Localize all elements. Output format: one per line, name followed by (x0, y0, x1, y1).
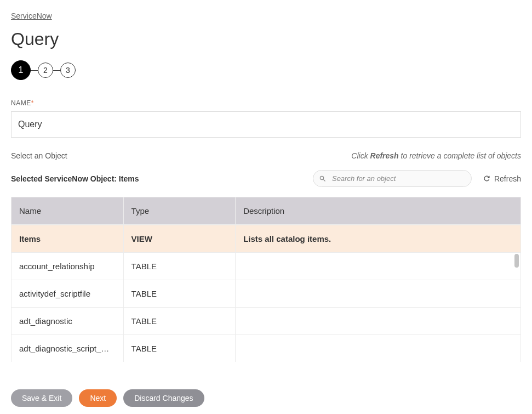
refresh-label: Refresh (494, 174, 521, 183)
table-row[interactable]: adt_diagnostic_script_map...TABLE (12, 335, 521, 362)
cell-type: VIEW (123, 225, 236, 253)
step-connector (53, 70, 60, 71)
table-row[interactable]: ItemsVIEWLists all catalog items. (12, 225, 521, 253)
name-input[interactable] (11, 111, 521, 138)
next-button[interactable]: Next (79, 389, 117, 407)
table-row[interactable]: activitydef_scriptfileTABLE (12, 280, 521, 308)
search-input[interactable] (313, 170, 472, 187)
scrollbar-thumb[interactable] (514, 254, 519, 268)
discard-changes-button[interactable]: Discard Changes (123, 389, 204, 407)
table-row[interactable]: adt_diagnosticTABLE (12, 308, 521, 335)
cell-description (236, 280, 521, 308)
cell-name: adt_diagnostic (12, 308, 124, 335)
breadcrumb-servicenow[interactable]: ServiceNow (11, 12, 52, 20)
table-header-name[interactable]: Name (12, 197, 124, 225)
step-3[interactable]: 3 (60, 63, 76, 78)
cell-name: account_relationship (12, 253, 124, 280)
refresh-hint: Click Refresh to retrieve a complete lis… (351, 151, 521, 160)
select-object-label: Select an Object (11, 151, 67, 160)
scrollbar[interactable] (514, 254, 520, 362)
table-row[interactable]: account_relationshipTABLE (12, 253, 521, 280)
cell-type: TABLE (123, 335, 236, 362)
step-connector (31, 70, 38, 71)
save-exit-button[interactable]: Save & Exit (11, 389, 72, 407)
stepper: 1 2 3 (11, 60, 521, 80)
selected-object-label: Selected ServiceNow Object: Items (11, 174, 139, 183)
cell-type: TABLE (123, 280, 236, 308)
cell-description (236, 253, 521, 280)
table-header-type[interactable]: Type (123, 197, 236, 225)
cell-name: adt_diagnostic_script_map... (12, 335, 124, 362)
refresh-button[interactable]: Refresh (483, 174, 521, 183)
cell-description: Lists all catalog items. (236, 225, 521, 253)
table-header-description[interactable]: Description (236, 197, 521, 225)
step-2[interactable]: 2 (38, 63, 53, 78)
cell-description (236, 335, 521, 362)
name-field-label: NAME* (11, 99, 521, 107)
cell-description (236, 308, 521, 335)
cell-name: activitydef_scriptfile (12, 280, 124, 308)
step-1[interactable]: 1 (11, 60, 31, 80)
object-table: Name Type Description ItemsVIEWLists all… (11, 197, 521, 362)
cell-name: Items (12, 225, 124, 253)
page-title: Query (11, 29, 521, 49)
search-icon (319, 175, 327, 183)
cell-type: TABLE (123, 308, 236, 335)
cell-type: TABLE (123, 253, 236, 280)
refresh-icon (483, 174, 491, 183)
required-asterisk: * (31, 99, 34, 107)
